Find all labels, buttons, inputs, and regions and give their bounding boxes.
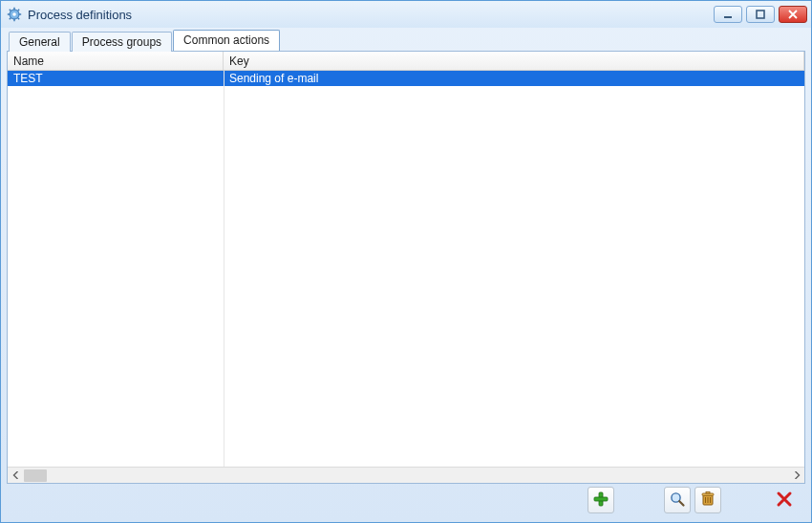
close-button[interactable] [779, 6, 807, 23]
tab-common-actions[interactable]: Common actions [173, 30, 280, 51]
column-divider [224, 71, 224, 467]
x-red-icon [776, 490, 793, 511]
tabstrip: General Process groups Common actions [7, 28, 805, 51]
chevron-left-icon[interactable] [8, 468, 24, 484]
table-body[interactable]: TEST Sending of e-mail [8, 71, 804, 467]
cell-key: Sending of e-mail [224, 72, 804, 85]
chevron-right-icon[interactable] [788, 468, 804, 484]
svg-rect-13 [594, 497, 608, 501]
table-row[interactable]: TEST Sending of e-mail [8, 71, 804, 86]
svg-rect-18 [706, 491, 710, 493]
cell-name: TEST [8, 72, 224, 85]
scrollbar-track[interactable] [24, 468, 788, 483]
window-title: Process definitions [28, 8, 714, 22]
tab-process-groups[interactable]: Process groups [72, 32, 172, 52]
window-controls [714, 6, 809, 23]
maximize-button[interactable] [746, 6, 775, 23]
svg-line-9 [10, 18, 11, 20]
svg-line-8 [18, 10, 20, 11]
bottom-toolbar [7, 484, 805, 516]
add-button[interactable] [588, 487, 614, 513]
plus-icon [592, 490, 609, 511]
horizontal-scrollbar[interactable] [8, 467, 804, 483]
magnifier-icon [669, 490, 686, 511]
gear-icon [7, 7, 22, 22]
svg-rect-11 [757, 11, 764, 18]
svg-line-6 [10, 10, 11, 11]
search-button[interactable] [664, 487, 691, 513]
column-header-key[interactable]: Key [224, 52, 804, 70]
svg-line-15 [679, 501, 683, 505]
titlebar[interactable]: Process definitions [1, 1, 811, 28]
delete-button[interactable] [694, 487, 721, 513]
window-frame: Process definitions General Process grou… [0, 0, 812, 523]
scrollbar-thumb[interactable] [24, 469, 47, 482]
svg-line-7 [18, 18, 20, 20]
tab-general[interactable]: General [9, 32, 71, 52]
content-area: General Process groups Common actions Na… [7, 28, 805, 516]
cancel-button[interactable] [771, 487, 798, 513]
column-header-name[interactable]: Name [8, 52, 224, 70]
minimize-button[interactable] [714, 6, 742, 23]
svg-rect-10 [724, 16, 732, 18]
table: Name Key TEST Sending of e-mail [7, 51, 805, 484]
svg-point-1 [12, 12, 16, 16]
table-header: Name Key [8, 52, 804, 71]
trash-icon [699, 490, 716, 511]
